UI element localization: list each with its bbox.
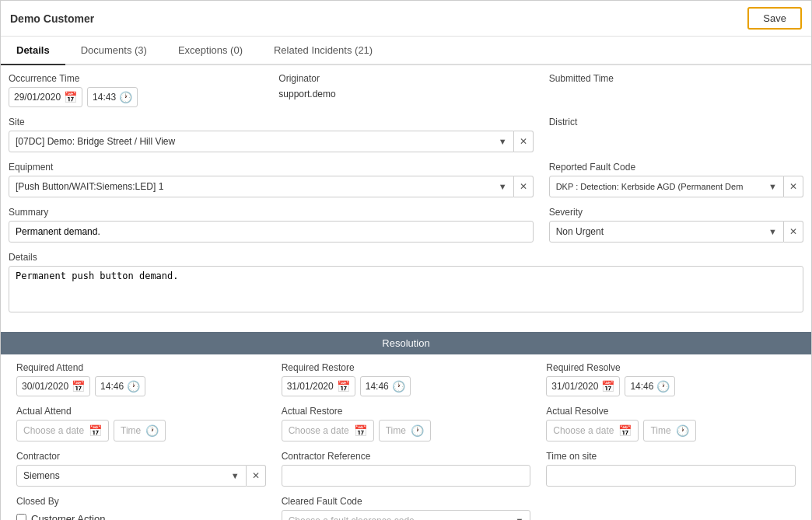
required-restore-group: Required Restore 31/01/2020 📅 14:46 🕐 [282, 362, 531, 396]
site-select-row: [07DC] Demo: Bridge Street / Hill View ▼… [9, 131, 534, 152]
required-resolve-date-input[interactable]: 31/01/2020 📅 [546, 376, 620, 396]
actual-restore-time-input[interactable]: Time 🕐 [379, 420, 431, 441]
district-label: District [549, 117, 803, 127]
time-on-site-group: Time on site [546, 451, 796, 487]
chevron-down-icon: ▼ [231, 471, 240, 480]
submitted-time-label: Submitted Time [549, 73, 803, 84]
customer-action-label: Customer Action [31, 513, 105, 520]
occurrence-time-value: 14:43 [93, 92, 116, 103]
summary-group: Summary [9, 207, 534, 243]
reported-fault-code-select-row: DKP : Detection: Kerbside AGD (Permanent… [549, 176, 803, 197]
required-attend-date-input[interactable]: 30/01/2020 📅 [16, 376, 90, 396]
calendar-icon: 📅 [337, 380, 350, 393]
reported-fault-code-value: DKP : Detection: Kerbside AGD (Permanent… [556, 182, 744, 191]
occurrence-date-value: 29/01/2020 [14, 92, 61, 103]
time-on-site-label: Time on site [546, 451, 796, 462]
site-group: Site [07DC] Demo: Bridge Street / Hill V… [9, 117, 534, 152]
clock-icon: 🕐 [145, 424, 159, 437]
equipment-clear-button[interactable]: ✕ [514, 176, 534, 197]
resolution-section: Required Attend 30/01/2020 📅 14:46 🕐 Req… [9, 362, 803, 520]
severity-group: Severity Non Urgent ▼ ✕ [549, 207, 803, 243]
occurrence-time-label: Occurrence Time [9, 73, 263, 84]
customer-action-checkbox[interactable] [16, 514, 26, 520]
customer-action-row: Customer Action [16, 513, 266, 520]
calendar-icon: 📅 [89, 424, 102, 437]
cleared-fault-code-select[interactable]: Choose a fault clearance code ▼ [282, 510, 531, 520]
originator-label: Originator [278, 73, 533, 84]
required-resolve-date-value: 31/01/2020 [551, 381, 598, 392]
closed-by-group: Closed By Customer Action [16, 496, 266, 520]
contractor-reference-label: Contractor Reference [282, 451, 531, 462]
details-textarea[interactable]: Permanent push button demand. [9, 266, 803, 312]
actual-resolve-placeholder: Choose a date [553, 425, 614, 436]
contractor-label: Contractor [16, 451, 266, 462]
closed-by-label: Closed By [16, 496, 266, 507]
cleared-fault-code-label: Cleared Fault Code [282, 496, 531, 507]
equipment-label: Equipment [9, 162, 534, 173]
reported-fault-code-label: Reported Fault Code [549, 162, 803, 173]
clock-icon: 🕐 [119, 91, 132, 103]
summary-input[interactable] [9, 221, 534, 243]
contractor-group: Contractor Siemens ▼ ✕ [16, 451, 266, 487]
actual-resolve-label: Actual Resolve [546, 406, 796, 417]
actual-restore-time-placeholder: Time [386, 425, 406, 436]
tab-related-incidents[interactable]: Related Incidents (21) [258, 37, 388, 65]
save-button[interactable]: Save [747, 7, 802, 30]
site-label: Site [9, 117, 534, 127]
required-attend-time-value: 14:46 [100, 381, 124, 392]
tab-exceptions[interactable]: Exceptions (0) [163, 37, 258, 65]
clock-icon: 🕐 [392, 380, 405, 393]
form-content: Occurrence Time 29/01/2020 📅 14:43 🕐 Ori… [1, 65, 811, 520]
equipment-value: [Push Button/WAIT:Siemens:LED] 1 [16, 181, 163, 192]
required-restore-date-input[interactable]: 31/01/2020 📅 [282, 376, 355, 396]
calendar-icon: 📅 [72, 380, 85, 393]
details-label: Details [9, 252, 803, 263]
calendar-icon: 📅 [601, 380, 614, 393]
actual-attend-time-placeholder: Time [121, 425, 141, 436]
required-restore-time-input[interactable]: 14:46 🕐 [360, 376, 411, 396]
occurrence-time-input[interactable]: 14:43 🕐 [87, 87, 138, 107]
actual-resolve-date-input[interactable]: Choose a date 📅 [546, 420, 639, 441]
time-on-site-input[interactable] [546, 465, 796, 487]
contractor-clear-button[interactable]: ✕ [247, 465, 266, 487]
occurrence-date-input[interactable]: 29/01/2020 📅 [9, 87, 82, 107]
actual-restore-label: Actual Restore [282, 406, 531, 417]
clock-icon: 🕐 [656, 380, 670, 393]
actual-resolve-time-input[interactable]: Time 🕐 [643, 420, 695, 441]
originator-value: support.demo [278, 87, 533, 101]
submitted-time-group: Submitted Time [549, 73, 803, 107]
tab-details[interactable]: Details [1, 37, 65, 65]
site-clear-button[interactable]: ✕ [514, 131, 534, 152]
actual-attend-date-input[interactable]: Choose a date 📅 [16, 420, 109, 441]
resolution-header: Resolution [1, 332, 811, 354]
reported-fault-code-select[interactable]: DKP : Detection: Kerbside AGD (Permanent… [549, 176, 784, 197]
chevron-down-icon: ▼ [515, 516, 523, 520]
chevron-down-icon: ▼ [499, 182, 507, 191]
tab-bar: Details Documents (3) Exceptions (0) Rel… [1, 37, 811, 65]
severity-clear-button[interactable]: ✕ [784, 221, 803, 243]
actual-restore-placeholder: Choose a date [289, 425, 349, 436]
equipment-select[interactable]: [Push Button/WAIT:Siemens:LED] 1 ▼ [9, 176, 514, 197]
cleared-fault-code-group: Cleared Fault Code Choose a fault cleara… [282, 496, 531, 520]
actual-restore-date-input[interactable]: Choose a date 📅 [282, 420, 374, 441]
actual-resolve-time-placeholder: Time [650, 425, 670, 436]
actual-attend-time-input[interactable]: Time 🕐 [114, 420, 166, 441]
contractor-select[interactable]: Siemens ▼ [16, 465, 247, 487]
site-select[interactable]: [07DC] Demo: Bridge Street / Hill View ▼ [9, 131, 514, 152]
actual-resolve-group: Actual Resolve Choose a date 📅 Time 🕐 [546, 406, 796, 441]
severity-label: Severity [549, 207, 803, 218]
required-attend-label: Required Attend [16, 362, 266, 373]
tab-documents[interactable]: Documents (3) [65, 37, 163, 65]
required-attend-time-input[interactable]: 14:46 🕐 [95, 376, 145, 396]
clock-icon: 🕐 [676, 424, 689, 437]
required-resolve-group: Required Resolve 31/01/2020 📅 14:46 🕐 [546, 362, 796, 396]
equipment-select-row: [Push Button/WAIT:Siemens:LED] 1 ▼ ✕ [9, 176, 534, 197]
contractor-reference-input[interactable] [282, 465, 531, 487]
required-restore-time-value: 14:46 [366, 381, 389, 392]
severity-select[interactable]: Non Urgent ▼ [549, 221, 784, 243]
required-resolve-time-input[interactable]: 14:46 🕐 [625, 376, 675, 396]
reported-fault-code-group: Reported Fault Code DKP : Detection: Ker… [549, 162, 803, 197]
reported-fault-code-clear-button[interactable]: ✕ [784, 176, 803, 197]
actual-attend-group: Actual Attend Choose a date 📅 Time 🕐 [16, 406, 266, 441]
required-resolve-time-value: 14:46 [630, 381, 653, 392]
